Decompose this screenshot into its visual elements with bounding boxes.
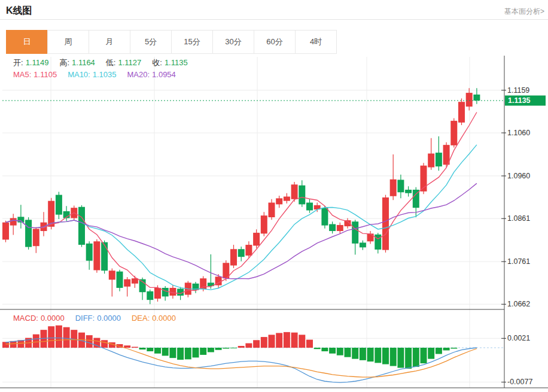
candle-body <box>147 291 153 300</box>
ma20-line <box>6 183 477 278</box>
ohlc-info-row: 开:1.1149高:1.1164低:1.1127收:1.1135 <box>13 57 199 68</box>
header-divider <box>0 19 548 20</box>
candle-body <box>25 220 32 247</box>
macd-hist-bar <box>124 345 130 348</box>
macd-hist-bar <box>428 348 434 359</box>
tab-周[interactable]: 周 <box>47 30 89 54</box>
macd-hist-bar <box>443 348 450 350</box>
candle-body <box>405 190 412 193</box>
candle-body <box>397 180 404 192</box>
macd-hist-bar <box>63 327 70 348</box>
macd-hist-bar <box>397 348 404 368</box>
info-label: MA5: <box>13 70 31 79</box>
candle-body <box>390 180 397 196</box>
macd-hist-bar <box>321 348 328 351</box>
macd-hist-bar <box>230 348 237 348</box>
macd-hist-bar <box>245 344 252 348</box>
info-label: DIFF: <box>75 314 95 323</box>
macd-hist-bar <box>17 340 24 348</box>
tab-5分[interactable]: 5分 <box>130 30 172 54</box>
macd-hist-bar <box>154 348 161 354</box>
macd-hist-bar <box>101 340 108 348</box>
candle-body <box>321 208 328 225</box>
macd-hist-bar <box>223 348 229 348</box>
candle-body <box>284 196 290 200</box>
candle-body <box>245 245 252 256</box>
tab-4时[interactable]: 4时 <box>295 30 337 54</box>
macd-hist-bar <box>185 348 191 359</box>
info-value: 1.0954 <box>152 70 176 79</box>
tab-15分[interactable]: 15分 <box>171 30 213 54</box>
period-tabbar: 日周月5分15分30分60分4时 <box>6 30 337 54</box>
macd-hist-bar <box>352 348 358 359</box>
fundamental-analysis-link[interactable]: 基本面分析> <box>504 7 544 17</box>
candle-body <box>276 198 282 204</box>
info-label: 低: <box>106 58 116 67</box>
price-axis-label: 1.0960 <box>507 172 530 180</box>
macd-hist-bar <box>329 348 336 354</box>
info-item: MA20:1.0954 <box>127 70 178 79</box>
candle-body <box>117 272 123 288</box>
info-item: MA5:1.1105 <box>13 70 59 79</box>
candle-body <box>375 235 381 250</box>
info-value: 1.1164 <box>72 58 95 67</box>
candle-body <box>367 233 374 241</box>
page-title: K线图 <box>6 5 32 17</box>
macd-axis-label: 0.0021 <box>507 334 530 342</box>
macd-axis-label: -0.0077 <box>507 378 532 386</box>
tab-日[interactable]: 日 <box>6 30 48 54</box>
macd-hist-bar <box>139 348 146 350</box>
macd-hist-bar <box>132 347 138 348</box>
macd-hist-bar <box>390 348 397 366</box>
macd-hist-bar <box>291 333 298 348</box>
candle-body <box>17 217 24 222</box>
ma-info-row: MA5:1.1105MA10:1.1035MA20:1.0954 <box>13 70 187 79</box>
macd-hist-bar <box>169 348 176 358</box>
macd-hist-bar <box>238 346 245 348</box>
candle-body <box>299 186 305 205</box>
info-value: 1.1035 <box>93 70 117 79</box>
macd-hist-bar <box>367 348 374 361</box>
candle-body <box>261 215 267 233</box>
info-value: 0.0000 <box>97 314 121 323</box>
macd-hist-bar <box>269 335 275 348</box>
candle-body <box>132 278 138 284</box>
candle-body <box>162 288 169 296</box>
macd-hist-bar <box>299 335 305 348</box>
candle-body <box>450 121 457 145</box>
candle-body <box>154 288 161 299</box>
candle-body <box>360 242 366 247</box>
candle-body <box>93 241 100 270</box>
info-value: 1.1135 <box>165 58 188 67</box>
ma5-line <box>6 113 477 294</box>
candle-body <box>56 195 62 215</box>
tab-30分[interactable]: 30分 <box>212 30 254 54</box>
tab-60分[interactable]: 60分 <box>254 30 296 54</box>
info-item: 低:1.1127 <box>106 58 144 67</box>
price-axis-label: 1.1060 <box>507 129 530 137</box>
macd-hist-bar <box>314 348 321 349</box>
macd-hist-bar <box>215 348 222 350</box>
candle-body <box>33 229 39 246</box>
macd-hist-bar <box>276 333 282 348</box>
candle-body <box>291 184 298 199</box>
info-label: 收: <box>152 58 162 67</box>
price-axis-label: 1.0861 <box>507 214 530 223</box>
current-price-tag-text: 1.1135 <box>508 96 531 105</box>
macd-hist-bar <box>200 348 206 355</box>
info-item: MACD:0.0000 <box>13 314 67 323</box>
macd-hist-bar <box>56 326 62 348</box>
candle-body <box>269 203 275 217</box>
info-value: 1.1127 <box>118 58 141 67</box>
macd-info-row: MACD:0.0000DIFF:0.0000DEA:0.0000 <box>13 314 187 323</box>
candle-body <box>466 93 473 107</box>
info-item: MA10:1.1035 <box>68 70 118 79</box>
tab-月[interactable]: 月 <box>89 30 130 54</box>
candle-body <box>306 203 313 211</box>
candle-body <box>200 278 206 289</box>
macd-hist-bar <box>261 337 267 348</box>
info-value: 1.1149 <box>26 58 49 67</box>
info-value: 1.1105 <box>34 70 57 79</box>
macd-hist-bar <box>360 348 366 360</box>
candle-body <box>428 154 434 168</box>
